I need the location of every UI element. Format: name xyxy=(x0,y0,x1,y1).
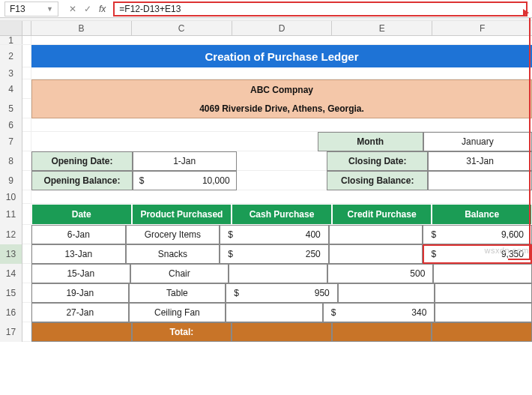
formula-bar: F13 ▼ ✕ ✓ fx =F12-D13+E13 xyxy=(0,0,532,18)
accept-icon[interactable]: ✓ xyxy=(84,4,91,14)
row-header[interactable]: 11 xyxy=(0,204,22,225)
row-header[interactable]: 13 xyxy=(0,244,22,264)
col-header-e[interactable]: E xyxy=(332,21,432,35)
arrow-icon xyxy=(523,9,529,16)
opening-date-label: Opening Date: xyxy=(31,151,133,171)
cell[interactable]: $950 xyxy=(226,283,338,303)
month-value[interactable]: January xyxy=(423,132,532,151)
row-header[interactable]: 10 xyxy=(0,190,22,204)
cell[interactable]: Chair xyxy=(130,264,229,283)
row-header[interactable]: 15 xyxy=(0,283,22,303)
currency-symbol: $ xyxy=(139,175,145,186)
col-header-f[interactable]: F xyxy=(432,21,532,35)
cell[interactable] xyxy=(338,283,435,303)
total-label[interactable]: Total: xyxy=(132,322,232,342)
row-header[interactable]: 5 xyxy=(0,99,22,118)
row-header[interactable]: 14 xyxy=(0,264,22,283)
formula-input[interactable]: =F12-D13+E13 xyxy=(113,1,528,16)
col-header-d[interactable]: D xyxy=(232,21,333,35)
cell[interactable]: 13-Jan xyxy=(31,244,126,264)
formula-text: =F12-D13+E13 xyxy=(119,4,181,14)
row-header[interactable]: 4 xyxy=(0,79,22,99)
col-header-b[interactable]: B xyxy=(31,21,132,35)
closing-balance-label: Closing Balance: xyxy=(327,171,428,190)
cell[interactable]: 15-Jan xyxy=(31,264,130,283)
cell[interactable]: Ceiling Fan xyxy=(129,303,226,322)
th-cash: Cash Purchase xyxy=(232,204,332,225)
fx-icon[interactable]: fx xyxy=(99,4,106,14)
callout-line xyxy=(508,259,531,260)
company-address: 4069 Riverside Drive, Athens, Georgia. xyxy=(31,99,532,118)
cell[interactable]: $400 xyxy=(220,225,329,244)
callout-line xyxy=(529,18,531,259)
spreadsheet-grid[interactable]: B C D E F 1 2 Creation of Purchase Ledge… xyxy=(0,21,532,342)
watermark: wsxdn.com xyxy=(484,246,529,255)
col-header-a[interactable] xyxy=(22,21,31,35)
row-header[interactable]: 7 xyxy=(0,132,22,151)
name-box-value: F13 xyxy=(10,4,25,14)
page-title: Creation of Purchase Ledger xyxy=(31,45,532,67)
cell[interactable]: 6-Jan xyxy=(31,225,126,244)
cell[interactable]: Table xyxy=(129,283,226,303)
cell[interactable] xyxy=(31,322,132,342)
cell[interactable]: Grocery Items xyxy=(126,225,220,244)
cell[interactable] xyxy=(332,322,432,342)
row-header[interactable]: 17 xyxy=(0,322,22,342)
cell[interactable]: $250 xyxy=(220,244,329,264)
company-name: ABC Compnay xyxy=(31,79,532,99)
cell[interactable] xyxy=(229,264,327,283)
cell[interactable]: 27-Jan xyxy=(31,303,129,322)
opening-balance-label: Opening Balance: xyxy=(31,171,133,190)
cell[interactable] xyxy=(232,322,332,342)
closing-date-value[interactable]: 31-Jan xyxy=(428,151,532,171)
opening-balance-value[interactable]: $ 10,000 xyxy=(133,171,237,190)
select-all-corner[interactable] xyxy=(0,21,22,35)
cell[interactable] xyxy=(432,322,532,342)
cell[interactable]: $340 xyxy=(323,303,435,322)
row-header[interactable]: 6 xyxy=(0,118,22,132)
cancel-icon[interactable]: ✕ xyxy=(69,4,76,14)
chevron-down-icon: ▼ xyxy=(46,5,53,13)
opening-date-value[interactable]: 1-Jan xyxy=(133,151,237,171)
th-product: Product Purchased xyxy=(132,204,232,225)
cell[interactable]: 500 xyxy=(327,264,434,283)
cell[interactable] xyxy=(226,303,323,322)
row-header[interactable]: 9 xyxy=(0,171,22,190)
th-balance: Balance xyxy=(432,204,532,225)
cell[interactable]: 19-Jan xyxy=(31,283,129,303)
row-header[interactable]: 1 xyxy=(0,36,22,44)
row-header[interactable]: 3 xyxy=(0,67,22,79)
cell[interactable] xyxy=(435,283,532,303)
cell[interactable] xyxy=(329,244,423,264)
opening-balance-amount: 10,000 xyxy=(202,175,230,186)
th-date: Date xyxy=(31,204,132,225)
th-credit: Credit Purchase xyxy=(332,204,432,225)
cell[interactable]: Snacks xyxy=(126,244,220,264)
closing-date-label: Closing Date: xyxy=(327,151,428,171)
col-header-c[interactable]: C xyxy=(132,21,232,35)
cell[interactable] xyxy=(433,264,532,283)
column-headers: B C D E F xyxy=(0,21,532,36)
row-header[interactable]: 8 xyxy=(0,151,22,171)
cell[interactable]: $9,600 xyxy=(423,225,532,244)
row-header[interactable]: 2 xyxy=(0,45,22,67)
cell[interactable] xyxy=(329,225,423,244)
month-label: Month xyxy=(318,132,423,151)
row-header[interactable]: 16 xyxy=(0,303,22,322)
cell[interactable] xyxy=(435,303,532,322)
formula-buttons: ✕ ✓ fx xyxy=(63,4,112,14)
name-box[interactable]: F13 ▼ xyxy=(4,1,58,16)
closing-balance-value[interactable] xyxy=(428,171,532,190)
row-header[interactable]: 12 xyxy=(0,225,22,244)
